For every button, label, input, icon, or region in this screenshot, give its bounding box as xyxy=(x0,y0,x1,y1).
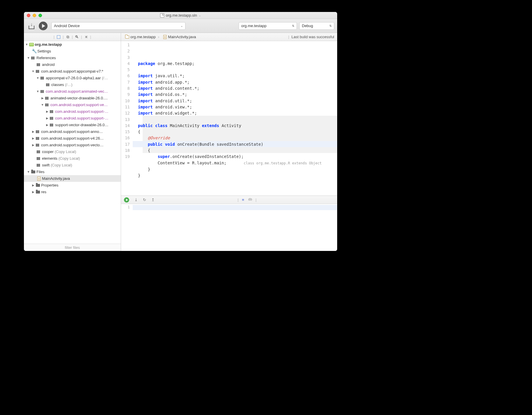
folder-icon xyxy=(36,191,40,194)
svg-rect-25 xyxy=(51,110,52,113)
library-icon xyxy=(36,144,40,147)
library-icon xyxy=(45,103,49,106)
code-editor[interactable]: 12345678910111213141516171819 package or… xyxy=(121,41,337,196)
breadcrumb-file[interactable]: MainActivity.java xyxy=(168,35,196,39)
svg-rect-21 xyxy=(45,103,46,106)
file-icon xyxy=(163,35,167,39)
folder-icon xyxy=(36,184,40,187)
output-content[interactable]: 1 xyxy=(121,204,337,251)
wrench-icon: 🔧 xyxy=(32,49,36,53)
tree-project-root[interactable]: org.me.testapp xyxy=(24,41,121,48)
library-icon xyxy=(31,57,35,59)
library-icon xyxy=(50,110,54,113)
tree-ref-appcompat[interactable]: com.android.support:appcompat-v7:* xyxy=(24,68,121,75)
svg-rect-2 xyxy=(34,57,34,59)
project-selector-label: org.me.testapp xyxy=(241,24,267,28)
svg-rect-38 xyxy=(38,137,39,140)
window-title: org.me.testapp.sln ⌄ xyxy=(24,13,337,17)
svg-rect-24 xyxy=(50,110,51,113)
breadcrumb-project[interactable]: org.me.testapp xyxy=(130,35,156,39)
hierarchy-icon[interactable]: ⧉ xyxy=(65,35,70,39)
glasses-icon[interactable]: 👓︎ xyxy=(248,198,252,202)
tree-ref-support-vecto[interactable]: com.android.support:support-vecto… xyxy=(24,142,121,148)
folder-icon xyxy=(31,170,35,173)
svg-rect-50 xyxy=(39,164,40,167)
svg-rect-27 xyxy=(50,117,51,120)
svg-rect-33 xyxy=(36,130,37,133)
project-selector[interactable]: org.me.testapp ⇅ xyxy=(239,22,297,30)
library-icon xyxy=(37,157,41,160)
tree-files[interactable]: Files xyxy=(24,168,121,175)
tree-folder-properties[interactable]: Properties xyxy=(24,182,121,189)
svg-rect-19 xyxy=(46,97,47,100)
svg-rect-5 xyxy=(39,63,40,66)
run-button[interactable] xyxy=(38,21,48,31)
view-mode-icon[interactable] xyxy=(56,35,61,39)
tree-ref-support-child1[interactable]: com.android.support:support-… xyxy=(24,108,121,115)
build-button[interactable] xyxy=(27,21,36,31)
library-icon xyxy=(45,97,49,100)
svg-rect-42 xyxy=(37,150,38,153)
tree-ref-support-child2[interactable]: com.android.support:support-… xyxy=(24,115,121,122)
config-selector-label: Debug xyxy=(302,24,313,28)
window-title-text: org.me.testapp.sln xyxy=(166,13,197,17)
tree-ref-android[interactable]: android xyxy=(24,61,121,68)
tree-ref-classes[interactable]: classes (/…) xyxy=(24,81,121,88)
tree-references[interactable]: References xyxy=(24,54,121,61)
tree-ref-appcompat-aar[interactable]: appcompat-v7-26.0.0-alpha1.aar (/… xyxy=(24,75,121,81)
tree-ref-elements[interactable]: elements (Copy Local) xyxy=(24,155,121,162)
svg-rect-18 xyxy=(45,97,46,100)
project-tree[interactable]: org.me.testapp 🔧Settings References andr… xyxy=(24,41,121,244)
download-icon[interactable]: ⤓ xyxy=(134,198,138,202)
title-dropdown-icon[interactable]: ⌄ xyxy=(199,14,201,17)
tree-folder-res[interactable]: res xyxy=(24,189,121,195)
tree-ref-animated[interactable]: com.android.support:animated-vec… xyxy=(24,88,121,95)
tree-ref-swift[interactable]: swift (Copy Local) xyxy=(24,162,121,168)
library-icon xyxy=(46,83,50,86)
panel-toolbar: ⤓ ↻ ↥ | ≡ 👓︎ | xyxy=(121,196,337,204)
shuffle-icon[interactable]: ⤨ xyxy=(84,35,88,39)
tree-ref-support-v4[interactable]: com.android.support:support-v4:26… xyxy=(24,135,121,142)
svg-rect-13 xyxy=(47,83,48,86)
svg-rect-39 xyxy=(36,144,37,147)
device-selector[interactable]: Android Device ⌄ xyxy=(51,22,186,30)
chevron-right-icon: › xyxy=(158,35,159,39)
build-icon xyxy=(28,23,35,29)
svg-rect-43 xyxy=(38,150,39,153)
filter-input[interactable]: filter files xyxy=(24,244,121,251)
file-icon xyxy=(37,177,41,181)
updown-icon: ⇅ xyxy=(329,24,332,27)
search-icon[interactable]: 🔍︎ xyxy=(75,35,79,39)
svg-rect-32 xyxy=(52,124,53,126)
run-output-icon[interactable] xyxy=(124,197,129,203)
tree-ref-animated-drawable[interactable]: animated-vector-drawable-26.0.… xyxy=(24,95,121,101)
updown-icon: ⇅ xyxy=(292,24,294,27)
code-content[interactable]: package org.me.testapp; import java.util… xyxy=(133,41,337,196)
tree-ref-support-vector-draw[interactable]: support-vector-drawable-26.0… xyxy=(24,122,121,128)
svg-rect-37 xyxy=(37,137,38,140)
redo-icon[interactable]: ↻ xyxy=(143,198,146,202)
chevron-down-icon: ⌄ xyxy=(181,24,183,27)
tree-ref-support-anno[interactable]: com.android.support:support-anno… xyxy=(24,128,121,135)
build-status: Last build was successful xyxy=(291,35,334,39)
svg-rect-20 xyxy=(48,97,48,100)
editor-area: org.me.testapp › MainActivity.java |Last… xyxy=(121,33,337,251)
tree-file-mainactivity[interactable]: MainActivity.java xyxy=(24,175,121,182)
library-icon xyxy=(36,137,40,140)
play-icon xyxy=(39,22,48,30)
svg-rect-14 xyxy=(48,83,49,86)
svg-rect-48 xyxy=(37,164,38,167)
tree-ref-support-ve[interactable]: com.android.support:support-ve… xyxy=(24,101,121,108)
tree-ref-cooper[interactable]: cooper (Copy Local) xyxy=(24,148,121,155)
svg-rect-12 xyxy=(46,83,47,86)
sidebar-toolbar: | | ⧉ | 🔍︎ | ⤨ | xyxy=(24,33,121,41)
project-sidebar: | | ⧉ | 🔍︎ | ⤨ | org.me.testapp 🔧Setting… xyxy=(24,33,121,251)
tree-settings[interactable]: 🔧Settings xyxy=(24,48,121,54)
titlebar[interactable]: org.me.testapp.sln ⌄ xyxy=(24,12,337,19)
upload-icon[interactable]: ↥ xyxy=(151,198,155,202)
svg-rect-22 xyxy=(46,103,47,106)
svg-rect-34 xyxy=(37,130,38,133)
library-icon xyxy=(36,70,40,73)
config-selector[interactable]: Debug ⇅ xyxy=(299,22,334,30)
lines-icon[interactable]: ≡ xyxy=(242,198,244,202)
